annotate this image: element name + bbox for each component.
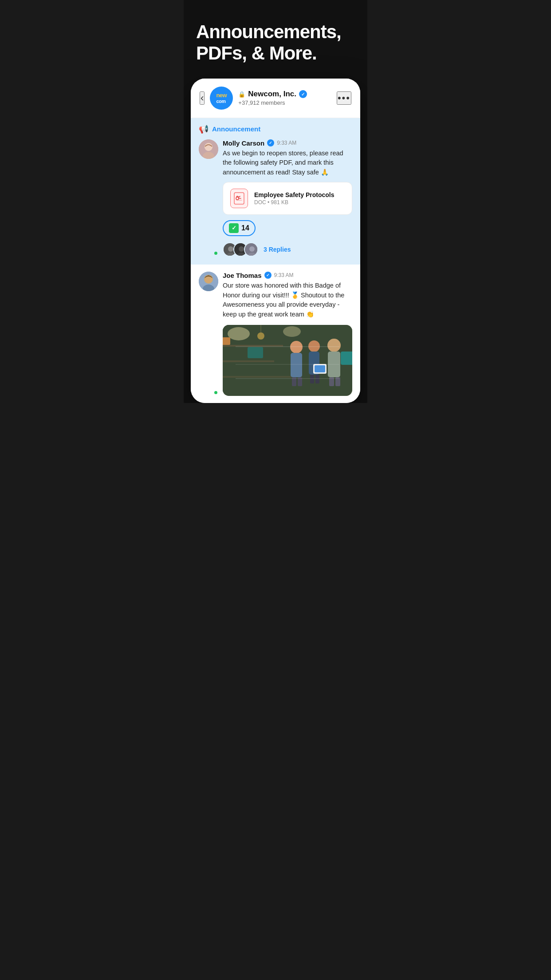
joe-message-body: Our store was honored with this Badge of… (223, 281, 352, 320)
app-header: ‹ newcom 🔒 Newcom, Inc. ✓ +37,912 member… (191, 79, 360, 118)
pdf-file-icon (234, 192, 244, 205)
reply-avatar-3 (244, 242, 258, 257)
header-section: Announcements, PDFs, & More. (184, 0, 367, 79)
molly-name: Molly Carson (223, 139, 264, 147)
replies-row[interactable]: 3 Replies (223, 242, 352, 257)
molly-online-indicator (213, 251, 218, 256)
pdf-icon (230, 189, 248, 208)
group-avatar: newcom (210, 87, 233, 110)
page-title: Announcements, PDFs, & More. (196, 21, 355, 64)
announcement-content: Molly Carson ✓ 9:33 AM As we begin to re… (223, 139, 352, 257)
joe-message-content: Joe Thomas ✓ 9:33 AM Our store was honor… (223, 272, 352, 396)
group-name: 🔒 Newcom, Inc. ✓ (238, 90, 337, 99)
more-options-button[interactable]: ••• (337, 91, 351, 105)
announcement-section: 📢 Announcement (191, 118, 360, 265)
read-badge: ✓ 14 (223, 220, 256, 236)
back-button[interactable]: ‹ (200, 91, 205, 105)
group-members: +37,912 members (238, 99, 337, 106)
read-receipt[interactable]: ✓ 14 (223, 220, 352, 236)
announcement-text: Announcement (212, 125, 260, 133)
read-count: 14 (241, 224, 249, 232)
group-verified-badge: ✓ (299, 90, 307, 98)
joe-avatar-wrap (199, 272, 218, 396)
joe-name: Joe Thomas (223, 272, 262, 279)
pdf-attachment[interactable]: Employee Safety Protocols DOC • 981 KB (223, 182, 352, 215)
announcement-body: As we begin to reopen stores, please rea… (223, 149, 352, 178)
joe-message: Joe Thomas ✓ 9:33 AM Our store was honor… (199, 272, 352, 396)
page-background: Announcements, PDFs, & More. ‹ newcom 🔒 … (184, 0, 367, 403)
normal-post-section: Joe Thomas ✓ 9:33 AM Our store was honor… (191, 265, 360, 403)
lock-icon: 🔒 (238, 91, 245, 98)
molly-verified-badge: ✓ (267, 139, 274, 146)
store-image (223, 325, 352, 396)
pdf-info: Employee Safety Protocols DOC • 981 KB (254, 191, 345, 205)
announcement-icon: 📢 (199, 124, 209, 134)
announcement-label: 📢 Announcement (199, 124, 352, 134)
svg-point-10 (239, 246, 244, 252)
reply-avatars (223, 242, 255, 257)
joe-online-indicator (213, 390, 218, 395)
pdf-name: Employee Safety Protocols (254, 191, 345, 198)
joe-time: 9:33 AM (274, 272, 294, 278)
molly-message-meta: Molly Carson ✓ 9:33 AM (223, 139, 352, 147)
phone-card: ‹ newcom 🔒 Newcom, Inc. ✓ +37,912 member… (191, 79, 360, 403)
announcement-message: Molly Carson ✓ 9:33 AM As we begin to re… (199, 139, 352, 257)
molly-avatar-wrap (199, 139, 218, 257)
pdf-meta: DOC • 981 KB (254, 199, 345, 205)
joe-verified-badge: ✓ (264, 272, 272, 279)
svg-point-7 (228, 246, 233, 252)
group-info: 🔒 Newcom, Inc. ✓ +37,912 members (238, 90, 337, 106)
joe-avatar-svg (199, 272, 218, 291)
joe-message-meta: Joe Thomas ✓ 9:33 AM (223, 272, 352, 279)
molly-avatar (199, 139, 218, 159)
svg-point-3 (205, 143, 213, 151)
read-check-icon: ✓ (229, 223, 239, 233)
svg-point-13 (249, 246, 255, 252)
joe-avatar (199, 272, 218, 291)
molly-time: 9:33 AM (277, 140, 296, 146)
replies-label: 3 Replies (264, 246, 291, 253)
molly-avatar-svg (199, 139, 218, 159)
